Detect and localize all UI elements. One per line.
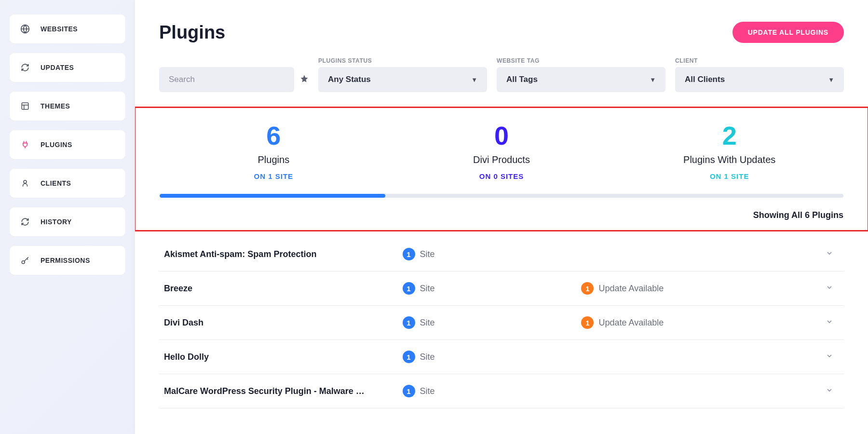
plugin-name: MalCare WordPress Security Plugin - Malw… <box>164 386 403 396</box>
chevron-down-icon[interactable] <box>820 249 839 259</box>
plugin-name: Hello Dolly <box>164 352 403 362</box>
plugin-row[interactable]: MalCare WordPress Security Plugin - Malw… <box>159 374 844 408</box>
plugin-sites: 1Site <box>403 351 582 363</box>
update-all-button[interactable]: UPDATE ALL PLUGINS <box>732 22 844 43</box>
sites-text: Site <box>420 318 435 328</box>
sidebar-item-updates[interactable]: UPDATES <box>10 53 125 82</box>
sidebar-item-permissions[interactable]: PERMISSIONS <box>10 246 125 275</box>
sites-text: Site <box>420 249 435 259</box>
sites-count-badge: 1 <box>403 351 415 363</box>
update-text: Update Available <box>598 284 664 294</box>
svg-point-3 <box>22 261 25 264</box>
client-filter-value: All Clients <box>685 75 725 84</box>
plugin-sites: 1Site <box>403 282 582 295</box>
stat-divi-label: Divi Products <box>388 154 616 165</box>
plugin-name: Divi Dash <box>164 318 403 328</box>
showing-text: Showing All 6 Plugins <box>136 210 868 220</box>
layout-icon <box>20 101 30 111</box>
sidebar-item-history[interactable]: HISTORY <box>10 207 125 236</box>
tag-filter-label: WEBSITE TAG <box>497 57 665 64</box>
sidebar-item-label: UPDATES <box>41 64 74 71</box>
plugin-row[interactable]: Hello Dolly1Site <box>159 340 844 374</box>
status-filter[interactable]: Any Status ▼ <box>318 67 487 92</box>
key-icon <box>20 256 30 265</box>
plug-icon <box>20 140 30 149</box>
sites-count-badge: 1 <box>403 282 415 295</box>
stats-progress <box>160 194 843 198</box>
svg-point-2 <box>24 180 27 183</box>
sidebar-item-websites[interactable]: WEBSITES <box>10 14 125 43</box>
main-content: Plugins UPDATE ALL PLUGINS PLUGINS STATU… <box>135 0 868 434</box>
stat-plugins-label: Plugins <box>160 154 388 165</box>
stat-updates-label: Plugins With Updates <box>615 154 843 165</box>
plugin-row[interactable]: Breeze1Site1Update Available <box>159 271 844 306</box>
sidebar-item-label: THEMES <box>41 102 70 110</box>
chevron-down-icon[interactable] <box>820 284 839 293</box>
star-icon[interactable] <box>300 74 309 85</box>
tag-filter[interactable]: All Tags ▼ <box>497 67 665 92</box>
chevron-down-icon[interactable] <box>820 352 839 362</box>
chevron-down-icon: ▼ <box>828 76 834 83</box>
tag-filter-value: All Tags <box>506 75 538 84</box>
update-count-badge: 1 <box>581 282 594 295</box>
filters: PLUGINS STATUS Any Status ▼ WEBSITE TAG … <box>159 57 844 92</box>
sidebar-item-clients[interactable]: CLIENTS <box>10 169 125 198</box>
sidebar-item-label: PERMISSIONS <box>41 257 90 264</box>
chevron-down-icon[interactable] <box>820 386 839 396</box>
sidebar-item-label: CLIENTS <box>41 179 71 187</box>
stat-plugins-count: 6 <box>160 122 388 149</box>
plugin-update: 1Update Available <box>581 282 820 295</box>
sites-text: Site <box>420 386 435 396</box>
chevron-down-icon: ▼ <box>650 76 656 83</box>
status-filter-label: PLUGINS STATUS <box>318 57 487 64</box>
sidebar-item-label: HISTORY <box>41 218 72 226</box>
plugin-name: Akismet Anti-spam: Spam Protection <box>164 249 403 259</box>
update-text: Update Available <box>598 318 664 328</box>
stat-updates-sub: ON 1 SITE <box>615 172 843 180</box>
refresh-icon <box>20 63 30 72</box>
search-input[interactable] <box>159 67 294 92</box>
svg-rect-1 <box>22 103 28 109</box>
chevron-down-icon[interactable] <box>820 318 839 327</box>
stat-divi-sub: ON 0 SITES <box>388 172 616 180</box>
stat-updates-count: 2 <box>615 122 843 149</box>
stat-divi-count: 0 <box>388 122 616 149</box>
sidebar-item-plugins[interactable]: PLUGINS <box>10 130 125 159</box>
sidebar-item-label: PLUGINS <box>41 141 72 149</box>
stat-divi[interactable]: 0 Divi Products ON 0 SITES <box>388 122 616 180</box>
update-count-badge: 1 <box>581 316 594 329</box>
sites-count-badge: 1 <box>403 316 415 329</box>
plugin-update: 1Update Available <box>581 316 820 329</box>
sidebar-item-themes[interactable]: THEMES <box>10 92 125 121</box>
stat-plugins-sub: ON 1 SITE <box>160 172 388 180</box>
sites-text: Site <box>420 284 435 294</box>
sidebar-item-label: WEBSITES <box>41 25 78 33</box>
stat-plugins[interactable]: 6 Plugins ON 1 SITE <box>160 122 388 180</box>
plugin-list: Akismet Anti-spam: Spam Protection1SiteB… <box>159 237 844 408</box>
plugin-row[interactable]: Divi Dash1Site1Update Available <box>159 306 844 340</box>
plugin-sites: 1Site <box>403 316 582 329</box>
user-icon <box>20 178 30 188</box>
client-filter[interactable]: All Clients ▼ <box>675 67 844 92</box>
sites-count-badge: 1 <box>403 385 415 397</box>
sites-text: Site <box>420 352 435 362</box>
header: Plugins UPDATE ALL PLUGINS <box>159 22 844 43</box>
client-filter-label: CLIENT <box>675 57 844 64</box>
page-title: Plugins <box>159 22 225 43</box>
plugin-sites: 1Site <box>403 248 582 260</box>
sidebar: WEBSITES UPDATES THEMES PLUGINS CLIENTS … <box>0 0 135 434</box>
plugin-row[interactable]: Akismet Anti-spam: Spam Protection1Site <box>159 237 844 271</box>
chevron-down-icon: ▼ <box>471 76 477 83</box>
plugin-name: Breeze <box>164 284 403 294</box>
status-filter-value: Any Status <box>328 75 371 84</box>
globe-icon <box>20 24 30 34</box>
stats-progress-fill <box>160 194 385 198</box>
stat-updates[interactable]: 2 Plugins With Updates ON 1 SITE <box>615 122 843 180</box>
stats-panel: 6 Plugins ON 1 SITE 0 Divi Products ON 0… <box>135 107 868 231</box>
sites-count-badge: 1 <box>403 248 415 260</box>
plugin-sites: 1Site <box>403 385 582 397</box>
refresh-icon <box>20 217 30 227</box>
